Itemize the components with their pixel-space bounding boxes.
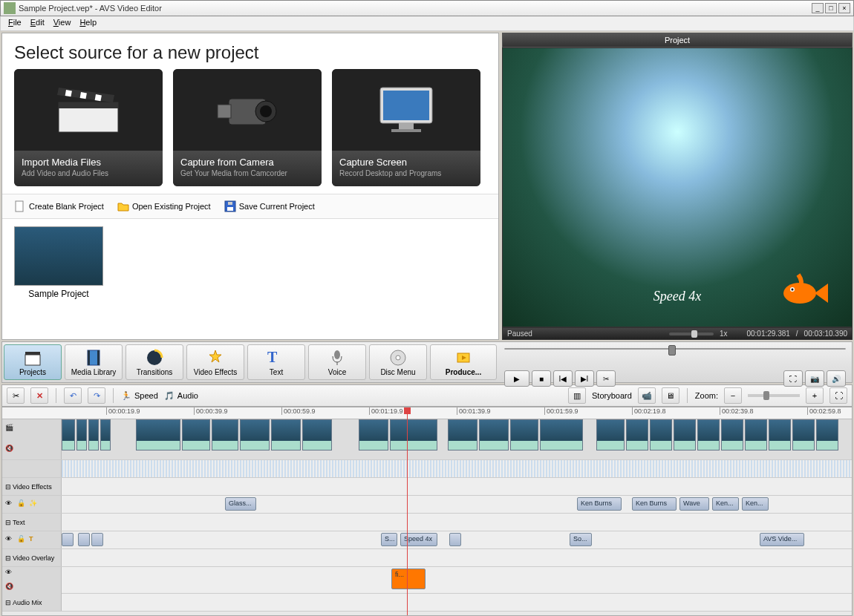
- video-effects-tab[interactable]: Video Effects: [186, 344, 244, 380]
- menu-file[interactable]: File: [4, 16, 26, 30]
- storyboard-button[interactable]: Storyboard: [592, 391, 632, 400]
- maximize-button[interactable]: □: [825, 3, 837, 13]
- save-current-project[interactable]: Save Current Project: [224, 200, 315, 212]
- create-blank-project[interactable]: Create Blank Project: [14, 200, 104, 212]
- audiomix-track-header[interactable]: ⊟ Audio Mix: [2, 594, 62, 611]
- text-clip[interactable]: [91, 533, 103, 546]
- overlay-track-body[interactable]: fi...: [62, 567, 852, 593]
- overlay-track-header[interactable]: ⊟ Video Overlay: [2, 549, 62, 566]
- playhead[interactable]: [407, 407, 408, 615]
- media-library-tab[interactable]: Media Library: [65, 344, 123, 380]
- video-clip[interactable]: [596, 419, 625, 450]
- effect-clip[interactable]: Ken Burns: [632, 497, 677, 511]
- monitor-icon-button[interactable]: 🖥: [662, 387, 679, 404]
- text-track-body[interactable]: S...Speed 4xSo...AVS Vide...: [62, 531, 852, 548]
- video-clip[interactable]: [448, 419, 477, 450]
- text-clip[interactable]: [449, 533, 461, 546]
- effects-track-header[interactable]: ⊟ Video Effects: [2, 478, 62, 495]
- video-clip[interactable]: [212, 419, 238, 450]
- fx-icon[interactable]: ✨: [29, 499, 39, 510]
- scissors-button[interactable]: ✂: [7, 387, 25, 404]
- close-button[interactable]: ×: [838, 3, 850, 13]
- timeline-ruler[interactable]: 00:00:19.900:00:39.900:00:59.900:01:19.9…: [2, 407, 852, 419]
- eye-icon[interactable]: 👁: [5, 535, 16, 545]
- video-clip[interactable]: [721, 419, 743, 450]
- video-clip[interactable]: [697, 419, 720, 450]
- video-clip[interactable]: [479, 419, 509, 450]
- stop-button[interactable]: ■: [532, 370, 551, 387]
- camera-icon-button[interactable]: 📹: [638, 387, 656, 404]
- effect-clip[interactable]: Ken...: [712, 497, 739, 511]
- audio-button[interactable]: 🎵 Audio: [164, 391, 198, 401]
- capture-camera-card[interactable]: Capture from Camera Get Your Media from …: [173, 69, 322, 186]
- video-clip[interactable]: [182, 419, 210, 450]
- video-clip[interactable]: [510, 419, 538, 450]
- eye-icon[interactable]: 👁: [5, 569, 16, 579]
- audio-track-body[interactable]: [62, 460, 852, 477]
- effect-clip[interactable]: Ken...: [742, 497, 769, 511]
- menu-view[interactable]: View: [49, 16, 76, 30]
- overlay-track-controls[interactable]: 👁 🔇: [2, 567, 62, 594]
- capture-screen-card[interactable]: Capture Screen Record Desktop and Progra…: [332, 69, 480, 186]
- timeline-view-button[interactable]: ▥: [568, 387, 586, 404]
- collapse-icon[interactable]: ⊟: [5, 483, 11, 491]
- text-clip[interactable]: [62, 533, 74, 546]
- video-clip[interactable]: Di...: [302, 419, 332, 450]
- projects-tab[interactable]: Projects: [4, 344, 62, 380]
- video-clip[interactable]: [271, 419, 301, 450]
- volume-button[interactable]: 🔊: [827, 370, 846, 387]
- lock-icon[interactable]: 🔓: [17, 535, 27, 545]
- text-clip[interactable]: S...: [381, 533, 397, 546]
- undo-button[interactable]: ↶: [64, 387, 82, 404]
- video-clip[interactable]: [769, 419, 791, 450]
- audio-track-head[interactable]: [2, 460, 62, 477]
- import-media-card[interactable]: Import Media Files Add Video and Audio F…: [14, 69, 163, 186]
- video-clip[interactable]: [62, 419, 75, 450]
- overlay-clip[interactable]: fi...: [391, 569, 426, 589]
- video-track-body[interactable]: Di...Di...Di...Divi...: [62, 419, 852, 459]
- produce-button[interactable]: Produce...: [430, 344, 497, 380]
- minimize-button[interactable]: _: [812, 3, 824, 13]
- play-button[interactable]: ▶: [504, 370, 529, 387]
- eye-icon[interactable]: 👁: [5, 499, 16, 510]
- voice-tab[interactable]: Voice: [308, 344, 366, 380]
- split-button[interactable]: ✂: [596, 370, 616, 387]
- video-clip[interactable]: [390, 419, 437, 450]
- video-clip[interactable]: [674, 419, 696, 450]
- zoom-slider[interactable]: [748, 394, 800, 397]
- mute-icon[interactable]: 🔇: [5, 583, 16, 593]
- video-clip[interactable]: [88, 419, 99, 450]
- video-clip[interactable]: [100, 419, 111, 450]
- video-clip[interactable]: [76, 419, 87, 450]
- text-track-header[interactable]: ⊟ Text: [2, 514, 62, 531]
- snapshot-button[interactable]: 📷: [805, 370, 824, 387]
- effects-track-controls[interactable]: 👁 🔓 ✨: [2, 496, 62, 513]
- effect-clip[interactable]: Glass...: [225, 497, 256, 511]
- speed-button[interactable]: 🏃 Speed: [121, 391, 158, 401]
- collapse-icon[interactable]: ⊟: [5, 599, 11, 606]
- menu-edit[interactable]: Edit: [26, 16, 49, 30]
- effect-clip[interactable]: Wave: [679, 497, 709, 511]
- speed-slider[interactable]: [669, 332, 714, 335]
- text-track-controls[interactable]: 👁 🔓 T: [2, 531, 62, 548]
- fullscreen-button[interactable]: ⛶: [783, 370, 803, 387]
- lock-icon[interactable]: 🔓: [17, 499, 27, 510]
- text-clip[interactable]: Speed 4x: [400, 533, 437, 546]
- preview-video[interactable]: Speed 4x: [502, 47, 853, 327]
- video-clip[interactable]: [792, 419, 815, 450]
- zoom-out-button[interactable]: −: [724, 387, 742, 404]
- video-clip[interactable]: [650, 419, 672, 450]
- video-clip[interactable]: [626, 419, 648, 450]
- disc-menu-tab[interactable]: Disc Menu: [369, 344, 427, 380]
- text-clip[interactable]: So...: [570, 533, 592, 546]
- text-clip[interactable]: AVS Vide...: [760, 533, 804, 546]
- collapse-icon[interactable]: ⊟: [5, 554, 11, 562]
- video-clip[interactable]: Di...: [136, 419, 180, 450]
- transitions-tab[interactable]: Transitions: [126, 344, 183, 380]
- zoom-in-button[interactable]: +: [806, 387, 824, 404]
- video-clip[interactable]: Di...: [240, 419, 270, 450]
- effect-clip[interactable]: Ken Burns: [577, 497, 622, 511]
- prev-frame-button[interactable]: I◀: [553, 370, 573, 387]
- video-clip[interactable]: [816, 419, 838, 450]
- video-clip[interactable]: [745, 419, 767, 450]
